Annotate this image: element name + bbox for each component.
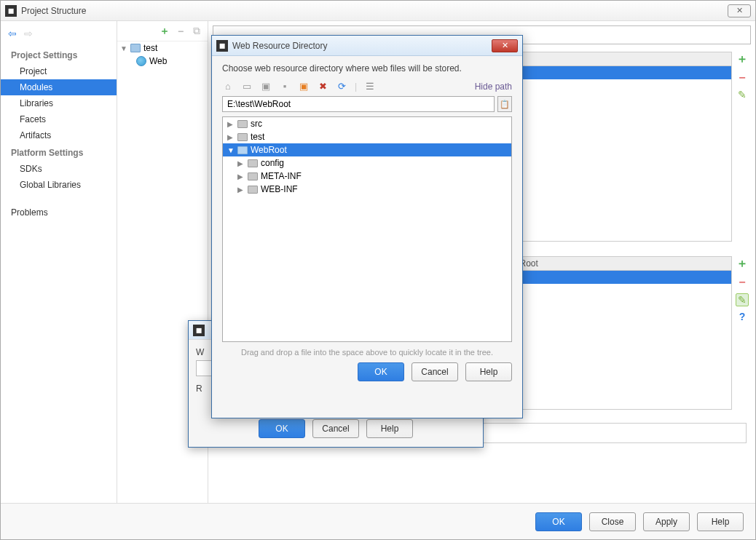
desktop-icon[interactable]: ▭ [241, 81, 253, 92]
sidebar-item-artifacts[interactable]: Artifacts [1, 127, 117, 143]
sidebar-item-sdks[interactable]: SDKs [1, 161, 117, 177]
sidebar-item-global-libraries[interactable]: Global Libraries [1, 177, 117, 193]
tree-item-label: WebRoot [251, 145, 287, 155]
expand-icon[interactable]: ▶ [227, 133, 235, 141]
add-resource-icon[interactable]: ＋ [736, 256, 748, 271]
project-icon[interactable]: ▣ [260, 81, 272, 92]
tree-item-label: META-INF [261, 171, 302, 181]
tree-item-src[interactable]: ▶ src [223, 117, 511, 130]
modal-ok-button[interactable]: OK [358, 362, 404, 381]
expand-icon[interactable]: ▶ [237, 172, 245, 180]
web-facet-icon [136, 56, 146, 66]
folder-icon [237, 133, 248, 141]
module-tree-root[interactable]: ▼ test [117, 41, 208, 55]
web-resource-directory-dialog: ◼ Web Resource Directory ✕ Choose web re… [211, 35, 523, 418]
nav-forward-icon[interactable]: ⇨ [24, 28, 36, 40]
tree-item-webroot[interactable]: ▼ WebRoot [223, 143, 511, 156]
tree-item-label: test [251, 132, 264, 142]
show-hidden-icon[interactable]: ☰ [364, 81, 376, 92]
sidebar-nav: ⇦ ⇨ [1, 25, 117, 46]
inner-ok-button[interactable]: OK [259, 419, 305, 438]
main-ok-button[interactable]: OK [535, 512, 582, 531]
inner-cancel-button[interactable]: Cancel [312, 419, 359, 438]
sidebar-heading-project: Project Settings [1, 46, 117, 63]
help-resource-icon[interactable]: ? [739, 311, 746, 322]
add-descriptor-icon[interactable]: ＋ [736, 52, 748, 67]
tree-item-config[interactable]: ▶ config [223, 156, 511, 170]
modal-toolbar: ⌂ ▭ ▣ ▪ ▣ ✖ ⟳ | ☰ Hide path [222, 81, 512, 92]
refresh-icon[interactable]: ⟳ [336, 81, 347, 92]
module-folder-icon [130, 44, 141, 52]
inner-help-button[interactable]: Help [366, 419, 413, 438]
history-dropdown-icon[interactable]: 📋 [497, 96, 512, 112]
expand-icon[interactable]: ▶ [237, 159, 245, 167]
modal-app-icon: ◼ [216, 40, 228, 52]
main-close-button[interactable]: Close [589, 512, 636, 531]
remove-module-icon[interactable]: − [176, 26, 186, 36]
modal-cancel-button[interactable]: Cancel [412, 362, 458, 381]
modal-close-button[interactable]: ✕ [492, 39, 518, 52]
tree-item-metainf[interactable]: ▶ META-INF [223, 170, 511, 183]
delete-icon[interactable]: ✖ [317, 81, 328, 92]
folder-icon [237, 120, 248, 128]
folder-icon [237, 146, 248, 154]
file-tree[interactable]: ▶ src ▶ test ▼ WebRoot ▶ config ▶ [222, 116, 512, 342]
window-close-button[interactable]: ✕ [728, 4, 751, 17]
tree-item-label: src [251, 119, 262, 129]
sidebar: ⇦ ⇨ Project Settings Project Modules Lib… [1, 21, 117, 503]
sidebar-item-facets[interactable]: Facets [1, 111, 117, 127]
module-toolbar: ＋ − ⧉ [117, 21, 208, 41]
add-module-icon[interactable]: ＋ [160, 26, 170, 36]
sidebar-item-libraries[interactable]: Libraries [1, 95, 117, 111]
modal-instruction: Choose web resource directory where web … [222, 63, 512, 74]
folder-icon [248, 186, 258, 194]
sidebar-item-modules[interactable]: Modules [1, 79, 117, 95]
tree-item-label: config [261, 158, 284, 168]
main-help-button[interactable]: Help [697, 512, 744, 531]
hide-path-link[interactable]: Hide path [475, 82, 512, 92]
expand-icon[interactable]: ▶ [237, 186, 245, 194]
module-web-label: Web [149, 56, 167, 66]
remove-descriptor-icon[interactable]: − [739, 71, 745, 84]
sidebar-heading-platform: Platform Settings [1, 143, 117, 161]
home-icon[interactable]: ⌂ [222, 81, 234, 92]
tree-item-label: WEB-INF [261, 184, 298, 194]
inner-dialog-icon: ◼ [193, 325, 205, 336]
nav-back-icon[interactable]: ⇦ [8, 28, 20, 40]
path-input-row: 📋 [222, 96, 512, 112]
sidebar-item-problems[interactable]: Problems [1, 205, 117, 221]
folder-icon [248, 159, 258, 167]
folder-icon [248, 172, 258, 180]
edit-descriptor-icon[interactable]: ✎ [738, 89, 747, 100]
module-icon[interactable]: ▪ [279, 81, 291, 92]
main-titlebar: ◼ Project Structure ✕ [1, 1, 755, 21]
module-root-label: test [143, 43, 157, 53]
descriptor-tools: ＋ − ✎ [735, 52, 749, 100]
path-input[interactable] [222, 96, 495, 112]
app-icon: ◼ [5, 5, 17, 17]
sidebar-item-project[interactable]: Project [1, 63, 117, 79]
copy-module-icon[interactable]: ⧉ [192, 26, 202, 36]
modal-hint: Drag and drop a file into the space abov… [222, 342, 512, 362]
tree-expand-icon[interactable]: ▼ [120, 44, 127, 52]
new-folder-icon[interactable]: ▣ [298, 81, 310, 92]
modal-button-row: OK Cancel Help [212, 362, 522, 392]
modal-body: Choose web resource directory where web … [212, 56, 522, 362]
inner-dialog-buttons: OK Cancel Help [189, 419, 483, 438]
module-tree-web[interactable]: Web [117, 55, 208, 68]
modal-titlebar: ◼ Web Resource Directory ✕ [212, 36, 522, 56]
modal-title: Web Resource Directory [232, 41, 328, 51]
edit-resource-icon[interactable]: ✎ [736, 293, 749, 306]
tree-item-test[interactable]: ▶ test [223, 130, 511, 143]
main-apply-button[interactable]: Apply [643, 512, 690, 531]
collapse-icon[interactable]: ▼ [227, 146, 235, 154]
modal-help-button[interactable]: Help [465, 362, 512, 381]
expand-icon[interactable]: ▶ [227, 120, 235, 128]
tree-item-webinf[interactable]: ▶ WEB-INF [223, 183, 511, 196]
window-title: Project Structure [21, 6, 86, 16]
main-footer: OK Close Apply Help [1, 503, 755, 539]
remove-resource-icon[interactable]: − [739, 276, 745, 289]
resource-tools: ＋ − ✎ ? [735, 256, 749, 322]
